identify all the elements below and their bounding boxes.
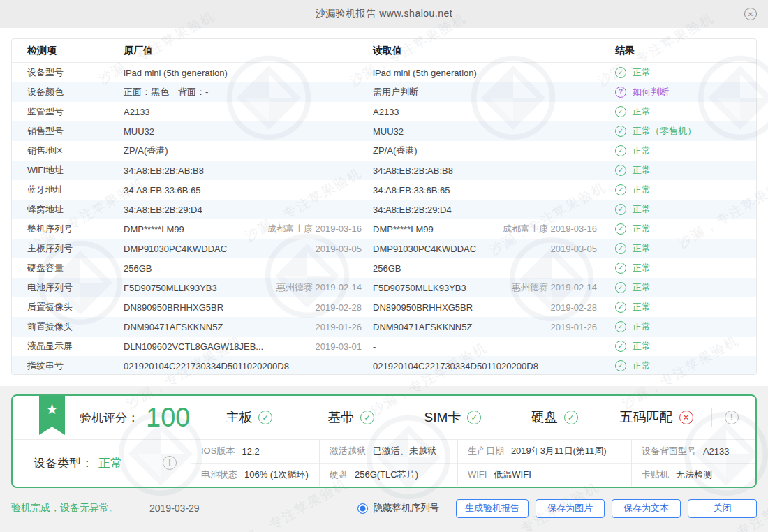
info-value: 12.2	[242, 446, 259, 457]
read-value: DMP91030PC4KWDDAC	[373, 244, 476, 254]
col-header-result: 结果	[615, 45, 756, 57]
score-item-label: 基带	[327, 408, 354, 427]
close-button[interactable]: 关闭	[688, 499, 757, 518]
factory-value: DMP*****LM99	[124, 224, 184, 235]
result-text: 正常	[633, 145, 651, 157]
factory-value: ZP/A(香港)	[124, 145, 168, 157]
score-item: 硬盘	[503, 408, 605, 427]
undetectable-link[interactable]: 无法检测	[676, 468, 712, 481]
factory-value: 正面：黑色 背面：-	[124, 86, 208, 98]
table-row: 液晶显示屏 DLN109602VCTL8GAGW18JEB...2019-03-…	[12, 337, 756, 356]
check-circle-icon	[615, 223, 626, 235]
row-label: 液晶显示屏	[12, 340, 124, 353]
score-row: ★ 验机评分： 100 主板 基带 SIM卡 硬盘 五码匹配	[13, 396, 755, 440]
result-text: 正常	[633, 203, 651, 216]
device-type-info-icon[interactable]	[163, 456, 177, 470]
factory-note: 惠州德赛 2019-02-14	[276, 281, 362, 294]
table-row: 蜂窝地址 34:A8:EB:2B:29:D4 34:A8:EB:2B:29:D4…	[12, 200, 756, 219]
table-row: 前置摄像头 DNM90471AFSKKNN5Z2019-01-26 DNM904…	[12, 317, 756, 337]
result-text: 正常	[633, 184, 651, 196]
table-row: WiFi地址 34:A8:EB:2B:AB:B8 34:A8:EB:2B:AB:…	[12, 161, 756, 180]
table-row: 蓝牙地址 34:A8:EB:33:6B:65 34:A8:EB:33:6B:65…	[12, 180, 756, 200]
result-text: 正常	[633, 164, 651, 177]
check-circle-icon	[615, 67, 626, 78]
info-value: 256G(TLC芯片)	[355, 468, 418, 481]
factory-value: 256GB	[124, 263, 152, 274]
read-value: F5D90750MLLK93YB3	[373, 283, 466, 293]
result-text: 正常	[633, 105, 651, 118]
info-value: A2133	[703, 446, 730, 457]
factory-value: iPad mini (5th generation)	[124, 68, 228, 78]
check-circle-icon	[258, 411, 272, 424]
ribbon-star-icon: ★	[39, 396, 65, 435]
factory-value: 34:A8:EB:2B:29:D4	[124, 205, 202, 215]
table-row: 设备颜色 正面：黑色 背面：- 需用户判断 如何判断	[12, 82, 756, 102]
score-info-icon[interactable]	[725, 411, 739, 424]
score-label: 验机评分：	[80, 410, 139, 426]
score-item-label: 主板	[226, 408, 252, 427]
generate-report-button[interactable]: 生成验机报告	[456, 499, 529, 518]
row-label: 蓝牙地址	[12, 184, 124, 196]
row-label: 电池序列号	[12, 281, 124, 294]
check-circle-icon	[615, 341, 626, 352]
check-circle-icon	[615, 263, 626, 274]
col-header-read: 读取值	[373, 45, 615, 57]
question-circle-icon	[615, 87, 626, 98]
window-title: 沙漏验机报告 www.shalou.net	[316, 8, 452, 20]
save-as-image-button[interactable]: 保存为图片	[536, 499, 605, 518]
footer-buttons: 生成验机报告保存为图片保存为文本关闭	[449, 499, 757, 518]
table-row: 销售地区 ZP/A(香港) ZP/A(香港) 正常	[12, 141, 756, 161]
table-row: 指纹串号 021920104C221730334D5011020200D8 02…	[12, 356, 756, 375]
hide-serial-radio[interactable]	[357, 503, 368, 514]
read-value: 需用户判断	[373, 86, 418, 98]
info-label: 激活越狱	[330, 445, 366, 457]
info-column: IOS版本12.2电池状态106% (1次循环)	[191, 440, 319, 486]
row-label: 整机序列号	[12, 223, 124, 235]
table-row: 主板序列号 DMP91030PC4KWDDAC2019-03-05 DMP910…	[12, 239, 756, 258]
info-cell: WIFI低温WIFI	[458, 464, 631, 487]
titlebar: 沙漏验机报告 www.shalou.net	[0, 0, 768, 28]
table-header-row: 检测项 原厂值 读取值 结果	[12, 39, 756, 63]
factory-note: 2019-03-05	[316, 244, 362, 254]
factory-value: F5D90750MLLK93YB3	[124, 283, 217, 293]
how-to-judge-link[interactable]: 如何判断	[633, 86, 669, 98]
row-label: 设备颜色	[12, 86, 124, 98]
info-value: 已激活、未越狱	[373, 445, 436, 457]
device-type-cell: 设备类型： 正常	[13, 440, 191, 486]
info-label: 硬盘	[330, 468, 348, 481]
check-circle-icon	[615, 106, 626, 117]
result-text: 正常	[633, 223, 651, 235]
score-item: 五码匹配	[605, 408, 707, 427]
read-value: MUU32	[373, 126, 404, 137]
score-item-label: SIM卡	[424, 408, 461, 427]
score-item-label: 硬盘	[531, 408, 558, 427]
check-circle-icon	[467, 411, 481, 424]
info-label: IOS版本	[201, 445, 235, 457]
table-row: 监管型号 A2133 A2133 正常	[12, 102, 756, 121]
result-text: 正常（零售机）	[633, 125, 696, 138]
info-value: 106% (1次循环)	[244, 468, 309, 481]
device-info-grid: IOS版本12.2电池状态106% (1次循环)激活越狱已激活、未越狱硬盘256…	[191, 440, 755, 486]
info-label: 电池状态	[201, 468, 237, 481]
info-cell: 电池状态106% (1次循环)	[191, 464, 319, 487]
check-circle-icon	[615, 204, 626, 215]
read-value: DNM90471AFSKKNN5Z	[373, 322, 472, 332]
info-value: 低温WIFI	[494, 468, 531, 481]
score-item-label: 五码匹配	[620, 408, 673, 427]
row-label: 销售型号	[12, 125, 124, 138]
report-table-body: 设备型号 iPad mini (5th generation) iPad min…	[12, 63, 756, 375]
factory-note: 2019-01-26	[316, 322, 362, 332]
score-item: 主板	[198, 408, 300, 427]
device-type-row: 设备类型： 正常 IOS版本12.2电池状态106% (1次循环)激活越狱已激活…	[13, 440, 755, 486]
factory-note: 2019-02-28	[316, 302, 362, 313]
close-icon[interactable]	[744, 8, 757, 20]
info-column: 生产日期2019年3月11日(第11周)WIFI低温WIFI	[457, 440, 631, 486]
score-cell: ★ 验机评分： 100	[13, 396, 191, 439]
save-as-text-button[interactable]: 保存为文本	[612, 499, 681, 518]
result-text: 正常	[633, 66, 651, 79]
info-cell: IOS版本12.2	[191, 440, 319, 464]
read-value: ZP/A(香港)	[373, 145, 418, 157]
factory-value: A2133	[124, 107, 150, 117]
row-label: 蜂窝地址	[12, 203, 124, 216]
factory-value: DMP91030PC4KWDDAC	[124, 244, 227, 254]
